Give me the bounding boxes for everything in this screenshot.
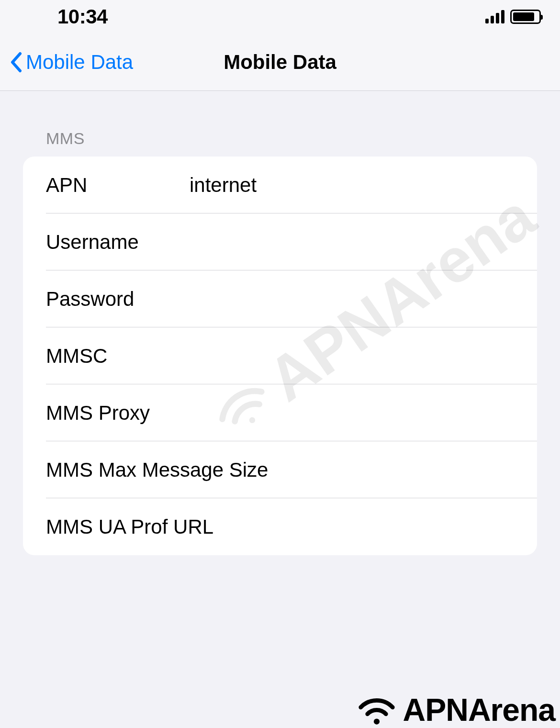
svg-point-0 <box>373 718 379 724</box>
section-header-mms: MMS <box>23 129 537 157</box>
mms-ua-prof-url-label: MMS UA Prof URL <box>46 515 213 538</box>
content-area: MMS APN internet Username Password MMSC … <box>0 91 560 555</box>
status-time: 10:34 <box>57 5 108 28</box>
mms-proxy-label: MMS Proxy <box>46 402 190 425</box>
chevron-left-icon <box>10 52 22 73</box>
mms-proxy-value[interactable] <box>190 401 514 425</box>
mms-proxy-row[interactable]: MMS Proxy <box>23 384 537 441</box>
apn-row[interactable]: APN internet <box>23 157 537 213</box>
mms-max-message-size-value[interactable] <box>268 458 514 482</box>
mmsc-label: MMSC <box>46 345 190 368</box>
status-bar: 10:34 <box>0 0 560 34</box>
page-title: Mobile Data <box>224 51 336 74</box>
username-row[interactable]: Username <box>23 213 537 270</box>
status-indicators <box>485 10 541 24</box>
mms-ua-prof-url-value[interactable] <box>213 515 514 539</box>
wifi-icon <box>355 693 398 727</box>
mmsc-value[interactable] <box>190 344 514 368</box>
settings-group-mms: APN internet Username Password MMSC MMS … <box>23 157 537 555</box>
brand-footer: APNArena <box>355 692 555 728</box>
mms-max-message-size-row[interactable]: MMS Max Message Size <box>23 441 537 498</box>
cellular-signal-icon <box>485 10 504 23</box>
username-value[interactable] <box>190 230 514 254</box>
mmsc-row[interactable]: MMSC <box>23 327 537 384</box>
password-row[interactable]: Password <box>23 270 537 327</box>
username-label: Username <box>46 231 190 254</box>
brand-text: APNArena <box>403 692 555 728</box>
password-value[interactable] <box>190 287 514 311</box>
password-label: Password <box>46 288 190 311</box>
mms-ua-prof-url-row[interactable]: MMS UA Prof URL <box>23 498 537 555</box>
back-label: Mobile Data <box>26 51 133 74</box>
apn-value[interactable]: internet <box>190 174 514 197</box>
back-button[interactable]: Mobile Data <box>10 51 133 74</box>
battery-icon <box>510 10 541 24</box>
apn-label: APN <box>46 174 190 197</box>
navigation-bar: Mobile Data Mobile Data <box>0 34 560 91</box>
mms-max-message-size-label: MMS Max Message Size <box>46 459 268 482</box>
